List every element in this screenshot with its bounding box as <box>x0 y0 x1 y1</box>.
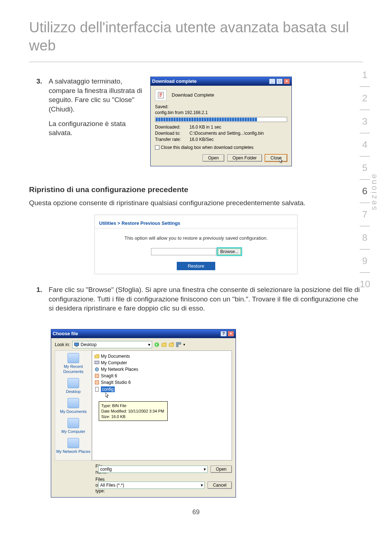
svg-rect-7 <box>176 345 178 347</box>
network-icon <box>94 367 99 372</box>
folder-icon <box>94 354 99 359</box>
filetype-dropdown[interactable]: All Files (*.*)▾ <box>98 482 205 489</box>
nav-3[interactable]: 3 <box>360 110 370 133</box>
svg-rect-8 <box>95 361 99 364</box>
download-complete-label: Download Complete <box>172 92 214 98</box>
cursor-icon <box>105 393 110 398</box>
file-item[interactable]: My Computer <box>94 360 229 366</box>
cancel-file-button[interactable]: Cancel <box>208 482 232 489</box>
filetype-label: Files of type: <box>55 476 95 494</box>
close-button[interactable]: Close <box>265 154 287 162</box>
nav-9[interactable]: 9 <box>360 249 370 273</box>
lookin-label: Look in: <box>55 342 70 348</box>
place-recent[interactable]: My Recent Documents <box>55 353 91 375</box>
close-dialog-checkbox[interactable] <box>155 145 159 150</box>
choose-dialog-title: Choose file <box>53 330 78 337</box>
svg-rect-12 <box>95 387 98 391</box>
downloadto-label: Download to: <box>155 130 189 137</box>
step-3-text-2: La configurazione è stata salvata. <box>49 119 143 138</box>
step-1-text: Fare clic su "Browse" (Sfoglia). Si apre… <box>49 285 363 313</box>
close-dialog-checkbox-label: Close this dialog box when download comp… <box>161 145 254 150</box>
lookin-value: Desktop <box>81 342 97 348</box>
nav-2[interactable]: 2 <box>360 87 370 110</box>
file-icon <box>94 387 99 392</box>
browse-button[interactable]: Browse... <box>218 248 241 255</box>
step-3-text: A salvataggio terminato, compare la fine… <box>49 77 143 114</box>
minimize-button[interactable]: _ <box>269 78 275 84</box>
download-icon <box>155 89 167 101</box>
shortcut-icon <box>94 373 99 378</box>
restore-panel-message: This option will allow you to restore a … <box>95 235 297 242</box>
choose-close-button[interactable]: × <box>228 331 234 337</box>
restore-file-input[interactable] <box>151 248 216 255</box>
downloaded-label: Downloaded: <box>155 124 189 130</box>
svg-point-3 <box>155 342 159 347</box>
svg-rect-1 <box>74 343 79 346</box>
desktop-icon <box>74 342 79 347</box>
dialog-title: Download complete <box>152 78 197 85</box>
svg-point-9 <box>95 368 99 371</box>
page-number: 69 <box>0 508 392 516</box>
nav-8[interactable]: 8 <box>360 226 370 249</box>
progress-bar <box>155 117 287 122</box>
new-folder-icon[interactable]: * <box>169 342 174 347</box>
view-menu-icon[interactable] <box>176 342 181 347</box>
nav-10[interactable]: 10 <box>360 273 370 296</box>
svg-rect-5 <box>176 342 178 344</box>
svg-text:*: * <box>172 342 173 345</box>
computer-icon <box>94 360 99 365</box>
help-button[interactable]: ? <box>220 331 227 337</box>
rate-value: 16.0 KB/Sec <box>189 137 214 143</box>
place-mycomputer[interactable]: My Computer <box>55 418 91 434</box>
downloaded-value: 16.0 KB in 1 sec <box>189 124 221 130</box>
svg-rect-6 <box>179 342 181 344</box>
step-3-number: 3. <box>29 77 42 166</box>
up-folder-icon[interactable] <box>162 342 167 347</box>
place-network[interactable]: My Network Places <box>55 438 91 454</box>
close-x-button[interactable]: × <box>283 78 290 84</box>
shortcut-icon <box>94 380 99 385</box>
page-title: Utilizzo dell'interfaccia utente avanzat… <box>29 0 363 62</box>
file-tooltip: Type: BIN File Date Modified: 10/11/2002… <box>99 401 168 421</box>
maximize-button[interactable]: □ <box>276 78 283 84</box>
filename-label: File name: <box>55 463 95 475</box>
section-nav: 1 2 3 4 5 6 7 8 9 10 sezione <box>354 64 376 296</box>
restore-panel: Utilities > Restore Previous Settings Th… <box>94 215 298 274</box>
svg-rect-11 <box>95 381 99 384</box>
svg-rect-2 <box>75 346 78 347</box>
nav-4[interactable]: 4 <box>360 133 370 157</box>
restore-button[interactable]: Restore <box>177 262 215 271</box>
step-1-number: 1. <box>29 285 42 318</box>
choose-file-dialog: Choose file ? × Look in: Desktop ▾ * ▾ <box>51 329 236 498</box>
lookin-dropdown[interactable]: Desktop ▾ <box>72 341 152 348</box>
file-item[interactable]: My Documents <box>94 353 229 360</box>
file-item-selected[interactable]: config <box>94 386 229 393</box>
nav-7[interactable]: 7 <box>360 203 370 226</box>
open-file-button[interactable]: Open <box>211 466 232 473</box>
file-item[interactable]: My Network Places <box>94 366 229 373</box>
svg-rect-10 <box>95 374 99 378</box>
nav-1[interactable]: 1 <box>360 64 370 87</box>
place-desktop[interactable]: Desktop <box>55 378 91 394</box>
file-item[interactable]: SnagIt 6 <box>94 373 229 379</box>
filename-input[interactable]: config▾ <box>98 466 208 473</box>
restore-heading: Ripristino di una configurazione precede… <box>29 184 363 195</box>
restore-panel-breadcrumb: Utilities > Restore Previous Settings <box>95 219 297 228</box>
download-complete-dialog: Download complete _ □ × Download Complet… <box>150 77 292 166</box>
restore-description: Questa opzione consente di ripristinare … <box>29 198 363 208</box>
rate-label: Transfer rate: <box>155 137 189 143</box>
open-folder-button[interactable]: Open Folder <box>227 154 262 162</box>
places-bar: My Recent Documents Desktop My Documents… <box>55 350 92 460</box>
saved-value: config.bin from 192.168.2.1 <box>155 110 287 115</box>
cursor-icon <box>279 158 283 164</box>
downloadto-value: C:\Documents and Setting...\config.bin <box>189 130 264 137</box>
back-icon[interactable] <box>154 342 159 347</box>
place-mydocs[interactable]: My Documents <box>55 398 91 414</box>
section-label: sezione <box>369 173 379 210</box>
saved-label: Saved: <box>155 104 287 110</box>
nav-6[interactable]: 6 <box>360 180 370 203</box>
open-button[interactable]: Open <box>203 154 224 162</box>
nav-5[interactable]: 5 <box>360 157 370 180</box>
file-item[interactable]: SnagIt Studio 6 <box>94 379 229 386</box>
file-list[interactable]: My Documents My Computer My Network Plac… <box>92 350 232 460</box>
